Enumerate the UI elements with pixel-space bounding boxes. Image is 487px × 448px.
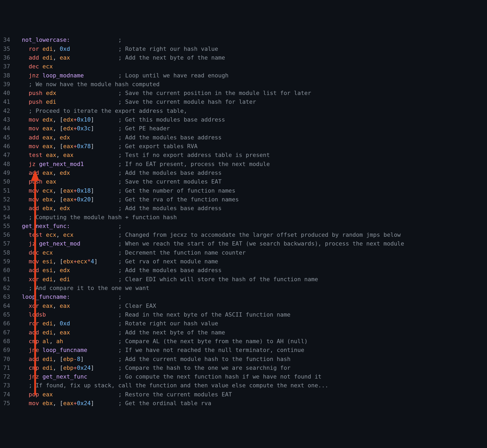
code-line[interactable]: 51 mov ecx, [eax+0x18] ; Get the number … [0,186,487,195]
code-content: ; And compare it to the one we want [15,284,149,292]
line-number: 53 [0,204,15,213]
line-number: 71 [0,363,15,372]
code-content: test eax, eax ; Test if no export addres… [15,151,270,159]
line-number: 35 [0,44,15,53]
code-content: cmp edi, [ebp+0x24] ; Compare the hash t… [15,363,291,372]
code-line[interactable]: 68 cmp al, ah ; Compare AL (the next byt… [0,337,487,346]
code-line[interactable]: 64 xor eax, eax ; Clear EAX [0,301,487,310]
code-line[interactable]: 70 add edi, [ebp-8] ; Add the current mo… [0,355,487,363]
code-line[interactable]: 35 ror edi, 0xd ; Rotate right our hash … [0,44,487,53]
line-number: 38 [0,71,15,80]
line-number: 73 [0,381,15,390]
code-content: not_lowercase: ; [15,35,122,44]
code-content: dec ecx [15,62,53,71]
code-line[interactable]: 69 jne loop_funcname ; If we have not re… [0,346,487,354]
code-line[interactable]: 66 ror edi, 0xd ; Rotate right our hash … [0,319,487,328]
code-line[interactable]: 47 test eax, eax ; Test if no export add… [0,151,487,159]
line-number: 49 [0,168,15,177]
code-content: add eax, edx ; Add the modules base addr… [15,168,222,177]
code-content: ; We now have the module hash computed [15,80,160,89]
line-number: 62 [0,284,15,292]
code-line[interactable]: 34 not_lowercase: ; [0,35,487,44]
code-content: xor edi, edi ; Clear EDI which will stor… [15,275,318,284]
code-content: add edi, eax ; Add the next byte of the … [15,53,225,62]
code-line[interactable]: 60 add esi, edx ; Add the modules base a… [0,266,487,275]
line-number: 63 [0,292,15,301]
code-line[interactable]: 61 xor edi, edi ; Clear EDI which will s… [0,275,487,284]
code-line[interactable]: 65 lodsb ; Read in the next byte of the … [0,310,487,319]
code-line[interactable]: 50 push eax ; Save the current modules E… [0,177,487,186]
line-number: 50 [0,177,15,186]
code-line[interactable]: 71 cmp edi, [ebp+0x24] ; Compare the has… [0,363,487,372]
line-number: 75 [0,399,15,408]
line-number: 54 [0,213,15,222]
code-line[interactable]: 42 ; Proceed to iterate the export addre… [0,106,487,115]
code-line[interactable]: 48 jz get_next_mod1 ; If no EAT present,… [0,160,487,168]
code-content: pop eax ; Restore the current modules EA… [15,390,232,399]
line-number: 39 [0,80,15,89]
code-content: dec ecx ; Decrement the function name co… [15,248,246,257]
code-line[interactable]: 56 test ecx, ecx ; Changed from jecxz to… [0,230,487,239]
code-line[interactable]: 62 ; And compare it to the one we want [0,284,487,292]
line-number: 41 [0,97,15,106]
line-number: 43 [0,115,15,124]
line-number: 68 [0,337,15,346]
line-number: 40 [0,89,15,97]
line-number: 60 [0,266,15,275]
line-number: 58 [0,248,15,257]
line-number: 74 [0,390,15,399]
line-number: 70 [0,355,15,363]
code-line[interactable]: 46 mov eax, [eax+0x78] ; Get export tabl… [0,142,487,151]
code-line[interactable]: 40 push edx ; Save the current position … [0,89,487,97]
code-content: push eax ; Save the current modules EAT [15,177,222,186]
code-line[interactable]: 37 dec ecx [0,62,487,71]
code-editor[interactable]: 34 not_lowercase: ;35 ror edi, 0xd ; Rot… [0,35,487,408]
code-line[interactable]: 73 ; If found, fix up stack, call the fu… [0,381,487,390]
code-content: mov ebx, [eax+0x20] ; Get the rva of the… [15,195,239,204]
code-content: lodsb ; Read in the next byte of the ASC… [15,310,291,319]
code-line[interactable]: 74 pop eax ; Restore the current modules… [0,390,487,399]
code-line[interactable]: 54 ; Computing the module hash + functio… [0,213,487,222]
code-line[interactable]: 43 mov edx, [edx+0x10] ; Get this module… [0,115,487,124]
code-content: jnz get_next_func ; Go compute the next … [15,372,321,381]
code-content: cmp al, ah ; Compare AL (the next byte f… [15,337,308,346]
code-line[interactable]: 75 mov ebx, [eax+0x24] ; Get the ordinal… [0,399,487,408]
code-line[interactable]: 38 jnz loop_modname ; Loop until we have… [0,71,487,80]
line-number: 66 [0,319,15,328]
code-content: jz get_next_mod ; When we reach the star… [15,239,404,248]
code-line[interactable]: 41 push edi ; Save the current module ha… [0,97,487,106]
line-number: 59 [0,257,15,266]
code-line[interactable]: 67 add edi, eax ; Add the next byte of t… [0,328,487,337]
code-line[interactable]: 72 jnz get_next_func ; Go compute the ne… [0,372,487,381]
code-content: push edi ; Save the current module hash … [15,97,256,106]
code-content: mov esi, [ebx+ecx*4] ; Get rva of next m… [15,257,218,266]
code-content: xor eax, eax ; Clear EAX [15,301,156,310]
code-line[interactable]: 44 mov eax, [edx+0x3c] ; Get PE header [0,124,487,133]
code-line[interactable]: 59 mov esi, [ebx+ecx*4] ; Get rva of nex… [0,257,487,266]
code-content: add eax, edx ; Add the modules base addr… [15,133,222,142]
line-number: 57 [0,239,15,248]
code-line[interactable]: 57 jz get_next_mod ; When we reach the s… [0,239,487,248]
code-content: mov eax, [edx+0x3c] ; Get PE header [15,124,170,133]
code-content: loop_funcname: ; [15,292,122,301]
code-content: jz get_next_mod1 ; If no EAT present, pr… [15,160,270,168]
code-line[interactable]: 53 add ebx, edx ; Add the modules base a… [0,204,487,213]
code-content: ror edi, 0xd ; Rotate right our hash val… [15,319,218,328]
line-number: 72 [0,372,15,381]
code-content: ror edi, 0xd ; Rotate right our hash val… [15,44,218,53]
line-number: 67 [0,328,15,337]
code-line[interactable]: 63 loop_funcname: ; [0,292,487,301]
code-line[interactable]: 39 ; We now have the module hash compute… [0,80,487,89]
code-content: mov ebx, [eax+0x24] ; Get the ordinal ta… [15,399,211,408]
code-line[interactable]: 36 add edi, eax ; Add the next byte of t… [0,53,487,62]
code-line[interactable]: 49 add eax, edx ; Add the modules base a… [0,168,487,177]
line-number: 61 [0,275,15,284]
code-line[interactable]: 52 mov ebx, [eax+0x20] ; Get the rva of … [0,195,487,204]
code-line[interactable]: 45 add eax, edx ; Add the modules base a… [0,133,487,142]
line-number: 47 [0,151,15,159]
code-line[interactable]: 58 dec ecx ; Decrement the function name… [0,248,487,257]
code-line[interactable]: 55 get_next_func: ; [0,222,487,230]
line-number: 55 [0,222,15,230]
code-content: add edi, eax ; Add the next byte of the … [15,328,225,337]
line-number: 51 [0,186,15,195]
